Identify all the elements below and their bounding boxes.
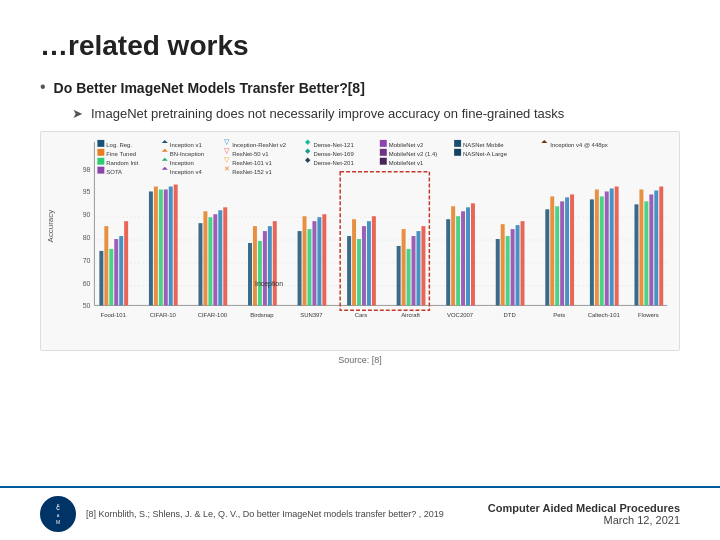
svg-rect-123: [545, 209, 549, 305]
svg-text:Caltech-101: Caltech-101: [588, 312, 621, 318]
svg-rect-84: [213, 214, 217, 305]
svg-rect-104: [372, 216, 376, 305]
svg-rect-110: [421, 226, 425, 305]
svg-rect-137: [644, 201, 648, 305]
svg-rect-97: [317, 217, 321, 305]
svg-rect-72: [114, 239, 118, 305]
svg-marker-39: [162, 158, 168, 161]
svg-rect-105: [397, 246, 401, 305]
svg-rect-103: [367, 221, 371, 305]
slide-container: …related works • Do Better ImageNet Mode…: [0, 0, 720, 540]
svg-text:Inception v4 @ 448px: Inception v4 @ 448px: [550, 142, 608, 148]
svg-text:◆: ◆: [306, 156, 312, 163]
svg-rect-100: [352, 219, 356, 305]
svg-text:Aircraft: Aircraft: [401, 312, 420, 318]
svg-text:Random Init: Random Init: [106, 160, 138, 166]
svg-rect-94: [303, 216, 307, 305]
svg-text:Food-101: Food-101: [101, 312, 127, 318]
svg-text:Inception-ResNet v2: Inception-ResNet v2: [232, 142, 286, 148]
svg-rect-119: [506, 236, 510, 305]
svg-rect-128: [570, 194, 574, 305]
main-bullet-text: Do Better ImageNet Models Transfer Bette…: [54, 80, 365, 96]
svg-text:Cars: Cars: [355, 312, 368, 318]
svg-rect-108: [412, 236, 416, 305]
svg-text:Fine Tuned: Fine Tuned: [106, 151, 136, 157]
svg-text:90: 90: [83, 211, 91, 218]
footer: C A M P [8] Kornblith, S.; Shlens, J. & …: [0, 486, 720, 540]
svg-marker-37: [162, 149, 168, 152]
svg-rect-125: [555, 206, 559, 305]
svg-rect-71: [109, 249, 113, 305]
svg-text:P: P: [57, 503, 60, 508]
svg-rect-107: [407, 249, 411, 305]
svg-text:95: 95: [83, 188, 91, 195]
svg-rect-63: [454, 140, 461, 147]
logo: C A M P: [40, 496, 76, 532]
institution-label: Computer Aided Medical Procedures: [488, 502, 680, 514]
slide-title: …related works: [40, 30, 680, 62]
svg-rect-133: [610, 188, 614, 305]
svg-rect-89: [258, 241, 262, 305]
svg-rect-96: [312, 221, 316, 305]
svg-text:✕: ✕: [224, 165, 230, 172]
svg-text:M: M: [56, 519, 60, 525]
footnote-text: [8] Kornblith, S.; Shlens, J. & Le, Q. V…: [86, 509, 444, 519]
svg-text:Birdsnap: Birdsnap: [250, 312, 274, 318]
svg-rect-76: [154, 187, 158, 306]
main-bullet: • Do Better ImageNet Models Transfer Bet…: [40, 80, 680, 96]
svg-rect-115: [466, 207, 470, 305]
svg-rect-114: [461, 211, 465, 305]
svg-rect-77: [159, 189, 163, 305]
svg-text:Pets: Pets: [553, 312, 565, 318]
svg-rect-31: [97, 158, 104, 165]
svg-text:▽: ▽: [224, 138, 230, 145]
svg-text:◆: ◆: [306, 147, 312, 154]
svg-text:ResNet-152 v1: ResNet-152 v1: [232, 169, 272, 175]
svg-text:VOC2007: VOC2007: [447, 312, 473, 318]
svg-rect-129: [590, 199, 594, 305]
svg-text:Inception v1: Inception v1: [170, 142, 203, 148]
sub-bullet: ➤ ImageNet pretraining does not necessar…: [72, 106, 680, 121]
svg-text:DTD: DTD: [504, 312, 516, 318]
svg-rect-93: [298, 231, 302, 305]
svg-rect-102: [362, 226, 366, 305]
svg-rect-109: [416, 231, 420, 305]
svg-rect-122: [521, 221, 525, 305]
svg-rect-106: [402, 229, 406, 305]
svg-text:CIFAR-100: CIFAR-100: [198, 312, 228, 318]
svg-rect-61: [380, 158, 387, 165]
svg-rect-121: [516, 225, 520, 305]
svg-text:A: A: [57, 513, 60, 518]
svg-rect-132: [605, 191, 609, 305]
svg-rect-79: [169, 187, 173, 306]
footer-right: Computer Aided Medical Procedures March …: [488, 502, 680, 526]
svg-text:◆: ◆: [306, 138, 312, 145]
svg-text:Dense-Net-169: Dense-Net-169: [313, 151, 354, 157]
svg-rect-118: [501, 224, 505, 305]
svg-rect-83: [208, 217, 212, 305]
svg-rect-86: [223, 207, 227, 305]
svg-rect-85: [218, 210, 222, 305]
svg-text:NASNet Mobile: NASNet Mobile: [463, 142, 504, 148]
svg-rect-111: [446, 219, 450, 305]
svg-rect-29: [97, 149, 104, 156]
svg-rect-138: [649, 194, 653, 305]
svg-rect-135: [634, 204, 638, 305]
svg-text:Accuracy: Accuracy: [46, 210, 55, 243]
svg-rect-139: [654, 190, 658, 305]
svg-text:NASNet-A Large: NASNet-A Large: [463, 151, 508, 157]
svg-rect-92: [273, 221, 277, 305]
svg-rect-99: [347, 236, 351, 305]
svg-text:Inception: Inception: [170, 160, 194, 166]
svg-rect-127: [565, 197, 569, 305]
svg-marker-35: [162, 140, 168, 143]
svg-text:MobileNet v1: MobileNet v1: [389, 160, 424, 166]
svg-text:▽: ▽: [224, 147, 230, 154]
svg-marker-67: [541, 140, 547, 143]
svg-text:60: 60: [83, 280, 91, 287]
svg-rect-101: [357, 239, 361, 305]
bullet-dot: •: [40, 78, 46, 96]
svg-text:Dense-Net-201: Dense-Net-201: [313, 160, 354, 166]
svg-text:98: 98: [83, 166, 91, 173]
svg-rect-113: [456, 216, 460, 305]
